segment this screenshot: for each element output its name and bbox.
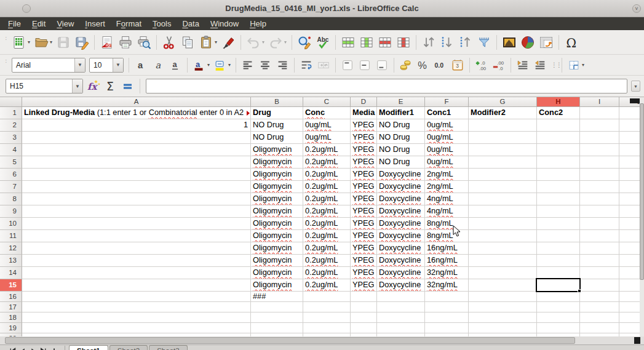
column-header-I[interactable]: I <box>580 97 619 107</box>
redo-dropdown-icon[interactable]: ▾ <box>284 39 287 45</box>
cell-F1[interactable]: Conc1 <box>425 107 469 119</box>
spreadsheet-grid[interactable]: ABCDEFGHIJ1Linked Drug-Media (1:1 enter … <box>0 97 640 336</box>
cell-A12[interactable] <box>22 242 251 255</box>
cell-D7[interactable]: YPEG <box>351 181 377 193</box>
toolbar-drag-handle[interactable]: ⋮⋮ <box>3 36 8 49</box>
cell-C8[interactable]: 0.2ug/mL <box>303 193 351 205</box>
cell-A17[interactable] <box>22 302 251 312</box>
font-color-dropdown-icon[interactable]: ▾ <box>207 62 210 68</box>
row-header-1[interactable]: 1 <box>0 107 22 119</box>
spelling-button[interactable]: Abc <box>314 33 332 52</box>
menu-insert[interactable]: Insert <box>79 18 111 30</box>
cell-B14[interactable]: Oligomycin <box>251 267 303 279</box>
cell-H19[interactable] <box>537 323 580 333</box>
cell-F12[interactable]: 16ng/mL <box>425 242 469 255</box>
cell-J9[interactable] <box>619 205 640 218</box>
cell-D13[interactable]: YPEG <box>351 255 377 267</box>
cell-C4[interactable]: 0.2ug/mL <box>303 144 351 156</box>
cell-F6[interactable]: 2ng/mL <box>425 169 469 181</box>
fill-handle[interactable] <box>578 289 581 293</box>
cell-G9[interactable] <box>469 205 537 218</box>
delete-decimal-button[interactable]: .00.0 <box>491 57 507 73</box>
font-color-button[interactable]: a▾ <box>191 57 211 73</box>
row-header-6[interactable]: 6 <box>0 169 22 181</box>
cell-A16[interactable] <box>22 292 251 302</box>
first-sheet-button[interactable] <box>7 346 18 350</box>
cell-E5[interactable]: NO Drug <box>377 156 425 169</box>
align-left-button[interactable] <box>240 57 256 73</box>
borders-dropdown-icon[interactable]: ▾ <box>582 62 584 68</box>
sum-button[interactable]: Σ <box>102 78 119 95</box>
copy-button[interactable] <box>179 33 196 52</box>
cell-J6[interactable] <box>619 169 640 181</box>
cell-B7[interactable]: Oligomycin <box>251 181 303 193</box>
cell-C15[interactable]: 0.2ug/mL <box>303 279 351 292</box>
cell-E8[interactable]: Doxycycline <box>377 193 425 205</box>
cell-H8[interactable] <box>537 193 580 205</box>
cell-J10[interactable] <box>619 218 640 230</box>
cell-A13[interactable] <box>22 255 251 267</box>
cell-H4[interactable] <box>537 144 580 156</box>
cell-F14[interactable]: 32ng/mL <box>425 267 469 279</box>
next-sheet-button[interactable] <box>28 346 39 350</box>
cell-A15[interactable] <box>22 279 251 292</box>
cell-G15[interactable] <box>469 279 537 292</box>
cell-E14[interactable]: Doxycycline <box>377 267 425 279</box>
cell-E2[interactable]: NO Drug <box>377 119 425 132</box>
cell-I14[interactable] <box>580 267 619 279</box>
cell-G13[interactable] <box>469 255 537 267</box>
cell-G8[interactable] <box>469 193 537 205</box>
cell-G1[interactable]: Modifier2 <box>469 107 537 119</box>
cell-J14[interactable] <box>619 267 640 279</box>
cell-F11[interactable]: 8ng/mL <box>425 230 469 242</box>
add-decimal-button[interactable]: .0.00 <box>474 57 490 73</box>
cell-C1[interactable]: Conc <box>303 107 351 119</box>
cell-J2[interactable] <box>619 119 640 132</box>
cell-J11[interactable] <box>619 230 640 242</box>
cell-H16[interactable] <box>537 292 580 302</box>
cell-C2[interactable]: 0ug/mL <box>303 119 351 132</box>
column-header-E[interactable]: E <box>377 97 425 107</box>
row-header-17[interactable]: 17 <box>0 302 22 312</box>
number-format-button[interactable]: 0.0 <box>432 57 448 73</box>
borders-button[interactable]: ▾ <box>566 57 586 73</box>
cell-E6[interactable]: Doxycycline <box>377 169 425 181</box>
find-replace-button[interactable] <box>296 33 313 52</box>
cell-G19[interactable] <box>469 323 537 333</box>
highlight-color-dropdown-icon[interactable]: ▾ <box>228 62 231 68</box>
cell-E1[interactable]: Modifier1 <box>377 107 425 119</box>
align-middle-button[interactable] <box>357 57 373 73</box>
column-header-A[interactable]: A <box>22 97 251 107</box>
name-box[interactable]: H15 ▼ <box>6 79 83 93</box>
cell-J13[interactable] <box>619 255 640 267</box>
row-header-7[interactable]: 7 <box>0 181 22 193</box>
cell-D8[interactable]: YPEG <box>351 193 377 205</box>
cell-E12[interactable]: Doxycycline <box>377 242 425 255</box>
cell-J3[interactable] <box>619 132 640 144</box>
currency-format-button[interactable] <box>398 57 414 73</box>
column-header-F[interactable]: F <box>425 97 469 107</box>
cell-H6[interactable] <box>537 169 580 181</box>
cell-D17[interactable] <box>351 302 377 312</box>
column-header-G[interactable]: G <box>469 97 537 107</box>
window-menu-button[interactable]: ˅ <box>632 4 641 13</box>
cell-A8[interactable] <box>22 193 251 205</box>
cell-E4[interactable]: NO Drug <box>377 144 425 156</box>
cell-B1[interactable]: Drug <box>251 107 303 119</box>
row-header-18[interactable]: 18 <box>0 312 22 323</box>
toolbar-overflow-handle[interactable]: ⋮⋮ <box>551 64 556 66</box>
cell-B13[interactable]: Oligomycin <box>251 255 303 267</box>
cell-F19[interactable] <box>425 323 469 333</box>
new-document-dropdown-icon[interactable]: ▾ <box>28 39 30 45</box>
cell-B11[interactable]: Oligomycin <box>251 230 303 242</box>
cell-D11[interactable]: YPEG <box>351 230 377 242</box>
cell-A14[interactable] <box>22 267 251 279</box>
cell-G17[interactable] <box>469 302 537 312</box>
cell-C16[interactable] <box>303 292 351 302</box>
cell-B4[interactable]: Oligomycin <box>251 144 303 156</box>
cell-J19[interactable] <box>619 323 640 333</box>
cell-C10[interactable]: 0.2ug/mL <box>303 218 351 230</box>
align-bottom-button[interactable] <box>374 57 390 73</box>
cell-I12[interactable] <box>580 242 619 255</box>
cell-I17[interactable] <box>580 302 619 312</box>
